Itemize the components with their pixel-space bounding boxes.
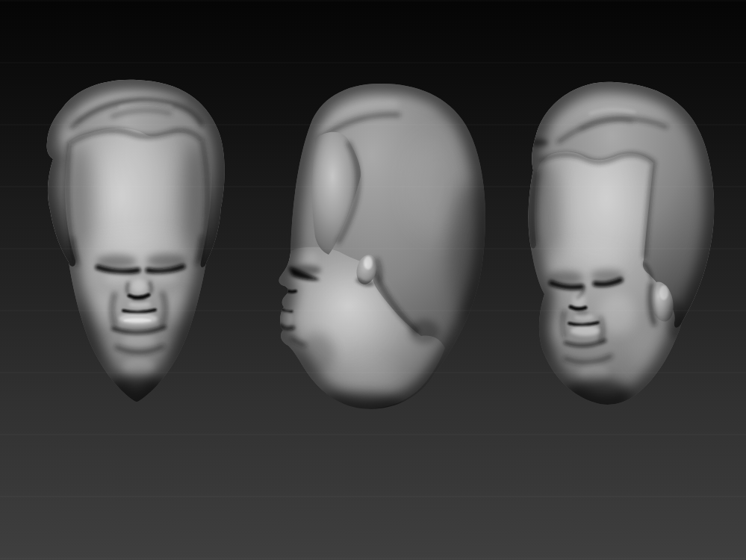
lower-lip-highlight [571, 326, 600, 336]
right-cheek-highlight [599, 293, 636, 335]
render-canvas [0, 0, 746, 560]
sculpted-head-front[interactable] [47, 80, 225, 420]
sculpted-head-three-quarter[interactable] [528, 82, 714, 417]
nostril-shadow [571, 307, 585, 309]
sculpt-viewport[interactable] [0, 0, 746, 560]
chin-highlight [122, 358, 155, 377]
sculpted-head-profile[interactable] [279, 84, 494, 420]
head-front-shading [47, 80, 225, 420]
